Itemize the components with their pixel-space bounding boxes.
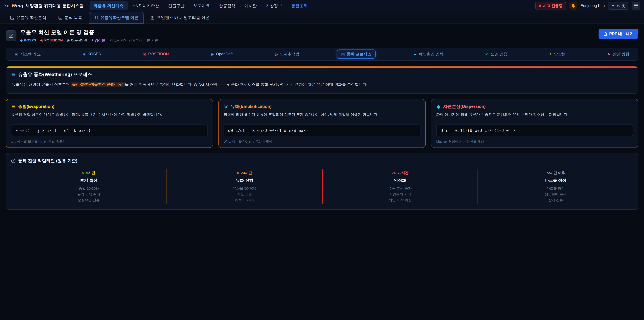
pdf-export-label: PDF 내보내기 bbox=[609, 31, 634, 37]
timeline-stage-stabilization: 24~72시간 안정화 수중 분산 증가 자연분해 시작 해안 표착 위험 bbox=[322, 169, 478, 204]
ruler-chart-icon bbox=[8, 33, 14, 39]
stage-item: 증발 20-30% bbox=[15, 186, 162, 191]
stage-name: 유화 진행 bbox=[171, 178, 318, 183]
section-nav-future-direction[interactable]: ➤발전 방향 bbox=[603, 50, 634, 59]
card-footnote: W_c: 함수율 / K_em: 유화 속도상수 bbox=[224, 139, 420, 144]
timeline-title: 풍화 진행 타임라인 (원유 기준) bbox=[18, 158, 77, 164]
timeline-grid: 0~6시간 초기 확산 증발 20-30% 유막 급속 확대 중질유분 잔류 6… bbox=[11, 169, 633, 204]
stage-period: 0~6시간 bbox=[15, 170, 162, 175]
user-name: Eunjeong Kim bbox=[580, 4, 605, 8]
diamond-icon: ◆ bbox=[20, 39, 23, 42]
stage-period: 72시간 이후 bbox=[482, 170, 629, 175]
card-title: 증발(Evaporation) bbox=[18, 104, 54, 109]
tab-spill-analysis[interactable]: 유출유 확산분석 bbox=[5, 12, 52, 24]
timeline-title-row: 풍화 진행 타임라인 (원유 기준) bbox=[11, 158, 633, 164]
weathering-timeline-panel: 풍화 진행 타임라인 (원유 기준) 0~6시간 초기 확산 증발 20-30%… bbox=[6, 153, 638, 210]
section-nav-ocean-env-input[interactable]: ☁해양환경 입력 bbox=[409, 50, 448, 59]
pdf-export-button[interactable]: PDF 내보내기 bbox=[598, 29, 638, 39]
badge-kosps: ◆KOSPS bbox=[20, 38, 36, 42]
oil-barrel-icon bbox=[11, 104, 16, 109]
nav-item-emergency-rescue[interactable]: 긴급구난 bbox=[164, 1, 189, 10]
notification-bell-button[interactable] bbox=[569, 2, 577, 10]
model-badge-row: ◆KOSPS ◉POSEIDON ◉OpenDrift ⚡앙상블 라그랑지안 입… bbox=[20, 38, 158, 43]
book-icon: ▤ bbox=[12, 72, 16, 77]
section-nav-ensemble[interactable]: ⚡앙상블 bbox=[545, 50, 570, 59]
timeline-stage-tarball: 72시간 이후 타르볼 생성 타르볼 형성 생물분해 우세 장기 잔류 bbox=[478, 169, 633, 204]
wave-icon bbox=[224, 104, 228, 109]
tab-label: 오일펜스 배치 알고리즘 이론 bbox=[157, 15, 210, 20]
badge-opendrift: ◉OpenDrift bbox=[67, 38, 87, 42]
tab-diffusion-model-theory[interactable]: 유출유확산모델 이론 bbox=[89, 12, 144, 24]
brand[interactable]: Wing 해양환경 위기대응 통합시스템 bbox=[4, 3, 84, 9]
card-evaporation: 증발(Evaporation) 유류의 경질 성분이 대기로 증발하는 과정. … bbox=[6, 99, 213, 148]
stage-item: 체적 1.5-4배 bbox=[171, 197, 318, 203]
stage-item: 점도 급증 bbox=[171, 191, 318, 197]
nav-item-reports[interactable]: 보고자료 bbox=[189, 1, 214, 10]
card-formula: D_r = 0.11·(U_w+U_c)²·(1+U_w)⁻¹ bbox=[436, 125, 633, 136]
stage-name: 초기 확산 bbox=[15, 178, 162, 183]
lightning-icon: ⚡ bbox=[91, 39, 94, 42]
target-icon: ◉ bbox=[143, 52, 146, 56]
card-description: 파랑에 의해 해수가 유류에 혼입되어 점도가 크게 증가하는 현상. 방제 작… bbox=[224, 112, 420, 121]
card-formula: dW_c/dt = K_em·U_w²·(1-W_c/W_max) bbox=[224, 125, 420, 136]
monitor-icon: ▣ bbox=[14, 52, 18, 56]
nav-item-aerial-search[interactable]: 항공탐색 bbox=[215, 1, 240, 10]
weathering-overview-panel: ▤ 유출유 풍화(Weathering) 프로세스 유출유는 해면에 유출된 직… bbox=[6, 66, 638, 94]
section-nav-model-validation[interactable]: ☑모델 검증 bbox=[481, 50, 512, 59]
page-title-block: 유출유 확산 모델 이론 및 검증 ◆KOSPS ◉POSEIDON ◉Open… bbox=[20, 29, 158, 43]
card-description: 유류의 경질 성분이 대기로 증발하는 과정. 유출 초기 수시간 내에 가장 … bbox=[11, 112, 208, 121]
stage-item: 중질유분 잔류 bbox=[15, 197, 162, 203]
checkbox-icon: ☑ bbox=[485, 52, 489, 56]
nav-item-board[interactable]: 게시판 bbox=[240, 1, 261, 10]
target-icon: ◉ bbox=[40, 39, 43, 42]
sub-tab-bar: 유출유 확산분석 분석 목록 유출유확산모델 이론 오일펜스 배치 알고리즘 이… bbox=[0, 12, 644, 24]
section-nav-poseidon[interactable]: ◉POSEIDON bbox=[138, 50, 173, 58]
section-nav-particle-tracking[interactable]: ◎입자추적법 bbox=[270, 50, 304, 59]
card-title: 유화(Emulsification) bbox=[230, 104, 272, 109]
stage-item: 유막 급속 확대 bbox=[15, 191, 162, 197]
weathering-title: 유출유 풍화(Weathering) 프로세스 bbox=[18, 71, 92, 78]
stage-item: 유화율 50-70% bbox=[171, 186, 318, 191]
diamond-icon: ◆ bbox=[83, 52, 86, 56]
stage-item: 수중 분산 증가 bbox=[327, 186, 473, 191]
card-title: 자연분산(Dispersion) bbox=[443, 104, 486, 109]
section-nav-kosps[interactable]: ◆KOSPS bbox=[78, 50, 105, 58]
alert-dot-icon bbox=[539, 5, 541, 7]
card-title-row: 자연분산(Dispersion) bbox=[436, 104, 633, 109]
stage-item: 생물분해 우세 bbox=[482, 191, 629, 197]
scatter-chart-icon bbox=[10, 16, 14, 20]
page-title-icon-tile bbox=[6, 30, 16, 41]
card-emulsification: 유화(Emulsification) 파랑에 의해 해수가 유류에 혼입되어 점… bbox=[218, 99, 426, 148]
tab-analysis-list[interactable]: 분석 목록 bbox=[53, 12, 88, 24]
incident-status-badge[interactable]: 사고 진행중 bbox=[535, 2, 566, 10]
book-icon bbox=[94, 16, 98, 20]
logout-button[interactable]: 로그아웃 bbox=[608, 2, 628, 10]
hamburger-menu-button[interactable] bbox=[632, 2, 640, 10]
page-content: 유출유 확산 모델 이론 및 검증 ◆KOSPS ◉POSEIDON ◉Open… bbox=[0, 24, 644, 210]
cloud-icon: ☁ bbox=[413, 52, 417, 56]
wing-logo-icon bbox=[4, 3, 10, 9]
nav-item-weather-info[interactable]: 기상정보 bbox=[262, 1, 286, 10]
section-nav-opendrift[interactable]: ◉OpenDrift bbox=[206, 50, 237, 58]
stage-item: 타르볼 형성 bbox=[482, 186, 629, 191]
timeline-stage-emulsification: 6~24시간 유화 진행 유화율 50-70% 점도 급증 체적 1.5-4배 bbox=[166, 169, 322, 204]
nav-item-oil-spill-prediction[interactable]: 유출유 확산예측 bbox=[90, 1, 128, 10]
top-right-cluster: 사고 진행중 Eunjeong Kim 로그아웃 bbox=[535, 2, 640, 10]
nav-item-integrated-search[interactable]: 통합조회 bbox=[287, 1, 312, 10]
clipboard-icon bbox=[150, 16, 155, 20]
card-footnote: Mackay 경험식 기반 분산율 계산 bbox=[436, 139, 633, 144]
nav-item-hns-atmospheric[interactable]: HNS·대기확산 bbox=[128, 1, 163, 10]
page-subtitle: 라그랑지안 입자추적 이론 기반 bbox=[110, 38, 158, 43]
rocket-icon: ➤ bbox=[608, 52, 610, 56]
badge-ensemble: ⚡앙상블 bbox=[91, 38, 105, 43]
card-formula: F_e(t) = ∑ x_i·(1 - e^(-k_ei·t)) bbox=[11, 125, 208, 136]
tab-oil-fence-algorithm-theory[interactable]: 오일펜스 배치 알고리즘 이론 bbox=[146, 12, 215, 24]
card-description: 파랑 에너지에 의해 유류가 수중으로 분산되어 유막 두께가 감소하는 과정입… bbox=[436, 112, 633, 121]
section-nav-system-overview[interactable]: ▣시스템 개요 bbox=[10, 50, 45, 59]
stage-name: 타르볼 생성 bbox=[482, 178, 629, 183]
top-bar: Wing 해양환경 위기대응 통합시스템 유출유 확산예측 HNS·대기확산 긴… bbox=[0, 0, 644, 12]
app-root: Wing 해양환경 위기대응 통합시스템 유출유 확산예측 HNS·대기확산 긴… bbox=[0, 0, 644, 320]
section-nav-weathering-process[interactable]: ▤풍화 프로세스 bbox=[337, 50, 376, 59]
card-title-row: 유화(Emulsification) bbox=[224, 104, 420, 109]
stage-period: 24~72시간 bbox=[327, 170, 473, 175]
